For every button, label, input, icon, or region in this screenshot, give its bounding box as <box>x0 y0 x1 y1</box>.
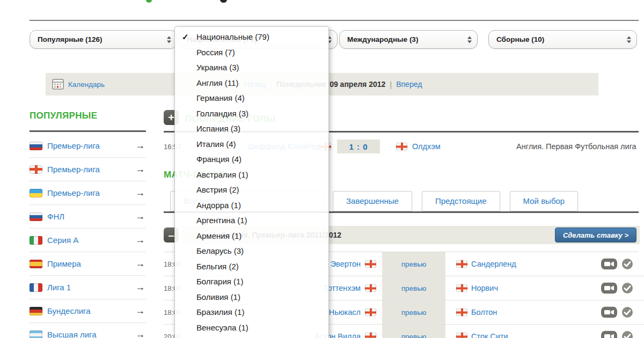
dropdown-item[interactable]: Беларусь (3) <box>175 244 328 259</box>
dropdown-item[interactable]: Франция (4) <box>175 152 328 167</box>
dropdown-item[interactable]: Венесуэла (1) <box>175 320 328 336</box>
dropdown-item[interactable]: Испания (3) <box>175 121 328 137</box>
sidebar-item[interactable]: Высшая лига→ <box>30 323 146 338</box>
sidebar-title: ПОПУЛЯРНЫЕ <box>30 111 97 121</box>
arrow-right-icon: → <box>135 282 145 293</box>
dropdown-item[interactable]: Италия (4) <box>175 137 328 152</box>
dropdown-panel: ✓Национальные (79)Россия (7)Украина (3)А… <box>174 26 329 338</box>
goal-away-team-link[interactable]: Олдхэм <box>412 142 441 151</box>
video-camera-icon[interactable] <box>601 283 617 294</box>
sidebar-item[interactable]: ФНЛ→ <box>30 205 146 229</box>
video-camera-icon[interactable] <box>601 259 617 270</box>
preview-link[interactable]: превью <box>382 260 445 268</box>
video-camera-icon[interactable] <box>601 331 617 338</box>
dropdown-item-label: Франция (4) <box>196 155 241 164</box>
logo-fragment-dark <box>220 0 227 3</box>
ru-flag-icon <box>30 142 42 150</box>
dropdown-item[interactable]: Аргентина (1) <box>175 213 328 229</box>
preview-link[interactable]: превью <box>382 333 445 338</box>
sidebar-item-label[interactable]: Премьер-лига <box>47 165 100 174</box>
dropdown-item[interactable]: Венгрия (1) <box>175 335 328 338</box>
fr-flag-icon <box>30 283 42 292</box>
international-select[interactable]: Международные (3) <box>339 30 478 49</box>
preview-link[interactable]: превью <box>382 308 445 317</box>
dropdown-item[interactable]: ✓Национальные (79) <box>175 30 328 45</box>
es-flag-icon <box>30 260 42 268</box>
sidebar-item-label[interactable]: Премьер-лига <box>47 141 100 150</box>
england-flag-icon <box>456 260 467 268</box>
dropdown-item[interactable]: Австралия (1) <box>175 167 328 183</box>
sidebar-item[interactable]: Премьер-лига→ <box>30 134 146 158</box>
ar-flag-icon <box>30 330 42 338</box>
check-icon[interactable] <box>621 282 633 294</box>
dropdown-item[interactable]: Германия (4) <box>175 91 328 106</box>
sidebar-item[interactable]: Лига 1→ <box>30 276 146 299</box>
dropdown-item[interactable]: Голландия (3) <box>175 106 328 122</box>
home-team-link[interactable]: Тоттенхэм <box>324 284 361 292</box>
dropdown-item[interactable]: Армения (1) <box>175 229 328 244</box>
calendar-link[interactable]: Календарь <box>68 80 105 89</box>
sidebar-item-label[interactable]: Лига 1 <box>47 283 71 292</box>
page: Популярные (126) Национальные (79) Между… <box>0 0 644 338</box>
away-team-link[interactable]: Сток Сити <box>471 332 508 338</box>
sidebar-item-label[interactable]: Бундеслига <box>47 306 91 315</box>
popular-select[interactable]: Популярные (126) <box>30 30 177 49</box>
tab-4[interactable]: Мой выбор <box>510 191 579 211</box>
goal-league-label: Англия. Первая Футбольная лига <box>516 142 636 151</box>
tab-3[interactable]: Предстоящие <box>422 191 500 211</box>
dropdown-item[interactable]: Англия (11) <box>175 76 328 91</box>
arrow-right-icon: → <box>135 140 145 151</box>
arrow-right-icon: → <box>135 164 145 175</box>
ua-flag-icon <box>30 189 42 197</box>
dropdown-item-label: Голландия (3) <box>196 109 248 118</box>
stepper-icon <box>167 36 171 43</box>
check-icon[interactable] <box>621 258 633 270</box>
dropdown-item-label: Армения (1) <box>196 231 241 240</box>
sidebar-item[interactable]: Примера→ <box>30 252 146 276</box>
dropdown-item[interactable]: Бразилия (1) <box>175 305 328 320</box>
sidebar-list: Премьер-лига→Премьер-лига→Премьер-лига→Ф… <box>30 134 146 338</box>
england-flag-icon <box>365 260 376 268</box>
calendar-date: 09 апреля 2012 <box>330 80 385 89</box>
away-team-link[interactable]: Норвич <box>471 284 498 292</box>
sidebar-item-label[interactable]: Высшая лига <box>47 330 97 338</box>
away-team-link[interactable]: Сандерленд <box>471 260 516 268</box>
england-flag-icon <box>365 333 376 338</box>
sidebar-item[interactable]: Премьер-лига→ <box>30 158 146 181</box>
logo-fragment-green <box>146 0 152 3</box>
england-flag-icon <box>456 333 467 338</box>
sidebar-item-label[interactable]: Премьер-лига <box>47 188 100 197</box>
dropdown-item[interactable]: Россия (7) <box>175 45 328 61</box>
sidebar-item[interactable]: Бундеслига→ <box>30 299 146 323</box>
check-icon[interactable] <box>621 306 633 318</box>
ru-flag-icon <box>30 212 42 221</box>
preview-link[interactable]: превью <box>382 284 445 292</box>
sidebar-item[interactable]: Премьер-лига→ <box>30 181 146 205</box>
dropdown-item[interactable]: Украина (3) <box>175 60 328 76</box>
sidebar-item-label[interactable]: ФНЛ <box>47 212 64 221</box>
dropdown-item-label: Россия (7) <box>196 48 235 57</box>
tab-2[interactable]: Завершенные <box>333 191 412 211</box>
away-team-link[interactable]: Болтон <box>471 308 497 317</box>
sidebar-item-label[interactable]: Серия А <box>47 236 78 245</box>
dropdown-item-label: Андорра (1) <box>196 201 241 210</box>
sidebar-item-label[interactable]: Примера <box>47 259 81 268</box>
dropdown-item-label: Бельгия (2) <box>196 262 239 271</box>
international-select-label: Международные (3) <box>347 35 418 43</box>
sidebar-divider <box>30 130 146 132</box>
divider: | <box>390 80 392 89</box>
home-team-link[interactable]: Ньюкасл <box>329 308 361 317</box>
national-teams-select[interactable]: Сборные (10) <box>488 30 637 49</box>
check-icon[interactable] <box>621 330 633 338</box>
dropdown-item[interactable]: Болгария (1) <box>175 274 328 290</box>
video-camera-icon[interactable] <box>601 307 617 318</box>
bet-button[interactable]: Сделать ставку > <box>555 227 636 243</box>
calendar-forward-link[interactable]: Вперед <box>396 80 422 89</box>
dropdown-item[interactable]: Австрия (2) <box>175 182 328 198</box>
home-team-link[interactable]: Эвертон <box>331 260 361 268</box>
dropdown-item[interactable]: Боливия (1) <box>175 290 328 305</box>
england-flag-icon <box>365 284 376 292</box>
sidebar-item[interactable]: Серия А→ <box>30 229 146 252</box>
dropdown-item[interactable]: Бельгия (2) <box>175 259 328 275</box>
dropdown-item[interactable]: Андорра (1) <box>175 198 328 214</box>
